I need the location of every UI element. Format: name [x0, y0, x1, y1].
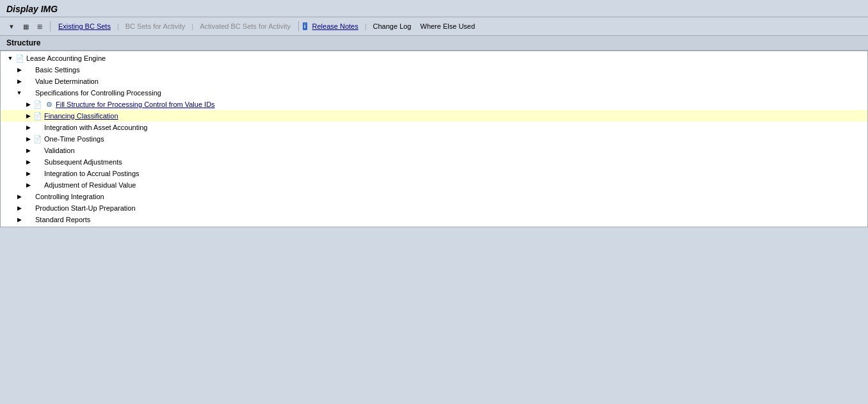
- expand-toggle[interactable]: ▶: [24, 146, 33, 155]
- financing-classification-label[interactable]: Financing Classification: [44, 112, 118, 120]
- tree-row: ▼ Specifications for Controlling Process…: [1, 87, 867, 99]
- toolbar-separator-2: [298, 21, 299, 31]
- integration-asset-label: Integration with Asset Accounting: [44, 124, 147, 131]
- release-notes-button[interactable]: Release Notes: [309, 21, 362, 31]
- activated-bc-sets-button[interactable]: Activated BC Sets for Activity: [196, 21, 294, 31]
- change-log-button[interactable]: Change Log: [369, 21, 415, 31]
- expand-toggle[interactable]: ▶: [15, 77, 24, 86]
- settings-icon[interactable]: ⊞: [33, 20, 46, 33]
- collapse-toggle[interactable]: ▼: [6, 54, 15, 63]
- tree-row: ▶ 📄 One-Time Postings: [1, 133, 867, 145]
- expand-toggle[interactable]: ▶: [24, 111, 33, 120]
- tree-area: ▼ 📄 Lease Accounting Engine ▶ Basic Sett…: [0, 51, 868, 227]
- tree-row: ▶ Basic Settings: [1, 64, 867, 76]
- one-time-postings-label: One-Time Postings: [44, 135, 104, 143]
- value-determination-label: Value Determination: [35, 77, 99, 85]
- expand-toggle[interactable]: ▶: [24, 181, 33, 190]
- tree-row: ▶ Adjustment of Residual Value: [1, 179, 867, 191]
- toolbar-divider-1: |: [117, 22, 119, 30]
- structure-header: Structure: [0, 36, 868, 51]
- specifications-controlling-label: Specifications for Controlling Processin…: [35, 89, 161, 97]
- tree-row: ▶ Production Start-Up Preparation: [1, 202, 867, 214]
- expand-toggle[interactable]: ▶: [24, 134, 33, 143]
- expand-toggle[interactable]: ▶: [24, 123, 33, 132]
- expand-toggle[interactable]: ▶: [24, 158, 33, 166]
- tree-row-highlighted: ▶ 📄 Financing Classification: [1, 110, 867, 122]
- integration-accrual-label: Integration to Accrual Postings: [44, 170, 140, 177]
- tree-row: ▶ 📄 ⚙ Fill Structure for Processing Cont…: [1, 99, 867, 110]
- folder-doc-icon: 📄: [15, 53, 25, 63]
- grid-icon[interactable]: ▦: [19, 20, 32, 33]
- tree-row: ▶ Validation: [1, 145, 867, 156]
- tree-row: ▶ Subsequent Adjustments: [1, 156, 867, 168]
- tree-row: ▶ Controlling Integration: [1, 191, 867, 202]
- page-title: Display IMG: [6, 4, 862, 14]
- expand-toggle[interactable]: ▶: [24, 169, 33, 178]
- title-bar: Display IMG: [0, 0, 868, 17]
- adjustment-residual-label: Adjustment of Residual Value: [44, 181, 136, 189]
- standard-reports-label: Standard Reports: [35, 216, 90, 223]
- doc-icon: 📄: [33, 111, 43, 121]
- dropdown-arrow-icon[interactable]: ▼: [5, 20, 18, 33]
- expand-toggle[interactable]: ▶: [15, 215, 24, 224]
- toolbar-separator-1: [50, 21, 51, 31]
- tree-row: ▶ Integration with Asset Accounting: [1, 122, 867, 133]
- controlling-integration-label: Controlling Integration: [35, 193, 104, 200]
- collapse-toggle[interactable]: ▼: [15, 88, 24, 97]
- toolbar: ▼ ▦ ⊞ Existing BC Sets | BC Sets for Act…: [0, 17, 868, 36]
- tree-row: ▶ Value Determination: [1, 76, 867, 87]
- doc-icon: 📄: [33, 99, 43, 109]
- expand-toggle[interactable]: ▶: [15, 65, 24, 74]
- tree-row: ▶ Standard Reports: [1, 214, 867, 225]
- lease-accounting-engine-label: Lease Accounting Engine: [26, 54, 106, 62]
- toolbar-divider-3: |: [365, 22, 367, 30]
- structure-label: Structure: [6, 38, 40, 47]
- validation-label: Validation: [44, 147, 75, 154]
- fill-structure-label[interactable]: Fill Structure for Processing Control fr…: [56, 101, 215, 108]
- expand-toggle[interactable]: ▶: [15, 204, 24, 213]
- expand-toggle[interactable]: ▶: [24, 100, 33, 109]
- toolbar-divider-2: |: [191, 22, 193, 30]
- release-notes-icon: i: [303, 22, 307, 30]
- production-startup-label: Production Start-Up Preparation: [35, 204, 136, 212]
- subsequent-adjustments-label: Subsequent Adjustments: [44, 158, 122, 166]
- extra-icon: ⚙: [44, 99, 54, 109]
- expand-toggle[interactable]: ▶: [15, 192, 24, 201]
- tree-row: ▶ Integration to Accrual Postings: [1, 168, 867, 179]
- tree-row: ▼ 📄 Lease Accounting Engine: [1, 53, 867, 64]
- doc-icon: 📄: [33, 134, 43, 144]
- existing-bc-sets-button[interactable]: Existing BC Sets: [54, 21, 115, 31]
- where-else-used-button[interactable]: Where Else Used: [417, 21, 479, 31]
- bc-sets-activity-button[interactable]: BC Sets for Activity: [122, 21, 189, 31]
- basic-settings-label: Basic Settings: [35, 66, 80, 74]
